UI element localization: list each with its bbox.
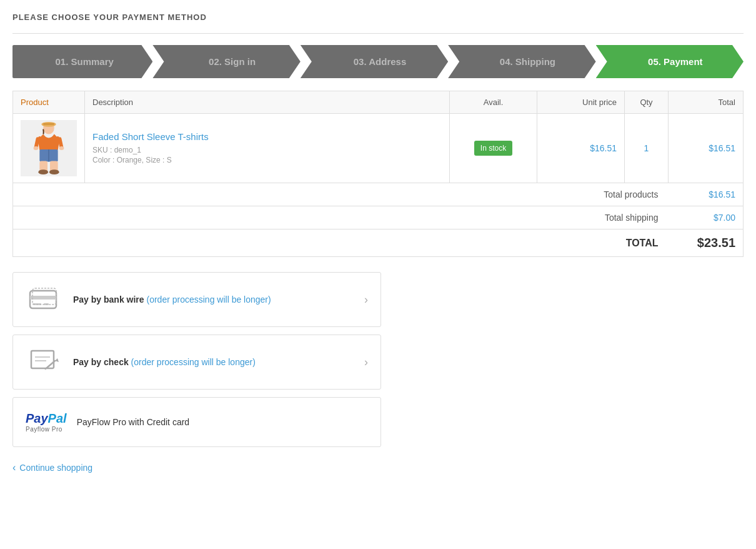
bank-wire-option[interactable]: Pay by bank wire (order processing will … — [12, 272, 381, 327]
total-products-value: $16.51 — [669, 183, 744, 206]
grand-total-row: TOTAL $23.51 — [13, 229, 744, 257]
bank-wire-icon — [26, 284, 63, 315]
in-stock-badge: In stock — [474, 141, 512, 156]
svg-marker-20 — [55, 358, 59, 362]
product-sku: SKU : demo_1 — [92, 146, 442, 154]
product-price-cell: $16.51 — [537, 114, 625, 183]
checkout-steps: 01. Summary 02. Sign in 03. Address 04. … — [12, 45, 744, 78]
col-product: Product — [13, 91, 85, 114]
col-qty: Qty — [625, 91, 669, 114]
step-address[interactable]: 03. Address — [301, 45, 448, 78]
check-chevron: › — [364, 356, 368, 369]
product-figure — [27, 121, 71, 176]
product-avail-cell: In stock — [450, 114, 537, 183]
col-total: Total — [669, 91, 744, 114]
svg-rect-12 — [30, 296, 56, 300]
order-table: Product Description Avail. Unit price Qt… — [12, 91, 744, 257]
divider — [12, 33, 744, 34]
svg-point-3 — [34, 146, 39, 150]
product-total-cell: $16.51 — [669, 114, 744, 183]
svg-rect-2 — [43, 123, 54, 125]
continue-shopping-link[interactable]: ‹ Continue shopping — [12, 462, 744, 473]
product-qty-cell: 1 — [625, 114, 669, 183]
product-image-cell — [13, 114, 85, 183]
col-unit-price: Unit price — [537, 91, 625, 114]
table-row: Faded Short Sleeve T-shirts SKU : demo_1… — [13, 114, 744, 183]
svg-point-9 — [38, 169, 48, 174]
bank-wire-label: Pay by bank wire (order processing will … — [73, 295, 358, 305]
grand-total-label: TOTAL — [13, 229, 669, 257]
product-color: Color : Orange, Size : S — [92, 156, 442, 164]
step-summary[interactable]: 01. Summary — [12, 45, 152, 78]
svg-point-10 — [49, 169, 59, 174]
product-name[interactable]: Faded Short Sleeve T-shirts — [92, 131, 442, 142]
continue-shopping-label: Continue shopping — [19, 463, 92, 473]
page-title: PLEASE CHOOSE YOUR PAYMENT METHOD — [12, 13, 744, 22]
bank-wire-chevron: › — [364, 293, 368, 306]
col-description: Description — [85, 91, 450, 114]
step-payment[interactable]: 05. Payment — [596, 45, 744, 78]
step-shipping[interactable]: 04. Shipping — [448, 45, 595, 78]
check-option[interactable]: Pay by check (order processing will be l… — [12, 335, 381, 390]
product-image — [21, 120, 77, 176]
step-signin[interactable]: 02. Sign in — [152, 45, 300, 78]
paypal-flow-label: Payflow Pro — [26, 426, 62, 433]
product-description-cell: Faded Short Sleeve T-shirts SKU : demo_1… — [85, 114, 450, 183]
check-label: Pay by check (order processing will be l… — [73, 357, 358, 367]
check-icon — [26, 346, 63, 378]
grand-total-value: $23.51 — [669, 229, 744, 257]
paypal-option[interactable]: Pay Pal Payflow Pro PayFlow Pro with Cre… — [12, 397, 381, 447]
total-products-row: Total products $16.51 — [13, 183, 744, 206]
total-shipping-row: Total shipping $7.00 — [13, 206, 744, 229]
total-shipping-label: Total shipping — [13, 206, 669, 229]
total-products-label: Total products — [13, 183, 669, 206]
paypal-logo: Pay Pal Payflow Pro — [26, 411, 67, 433]
paypal-label: PayFlow Pro with Credit card — [77, 417, 190, 427]
payment-section: Pay by bank wire (order processing will … — [12, 272, 744, 447]
col-avail: Avail. — [450, 91, 537, 114]
total-shipping-value: $7.00 — [669, 206, 744, 229]
arrow-left-icon: ‹ — [12, 462, 16, 473]
svg-point-4 — [59, 146, 64, 150]
